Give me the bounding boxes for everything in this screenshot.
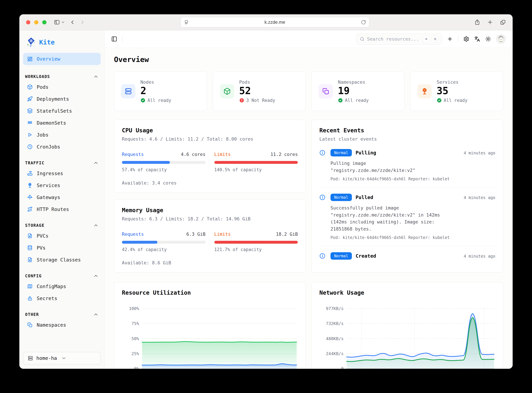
check-circle-icon [140,98,146,103]
divider [458,36,458,42]
kbd-command: ⌘ [423,36,430,42]
sidebar-item-configmaps[interactable]: ConfigMaps [23,280,101,292]
panel-toggle-icon[interactable] [111,36,117,42]
forward-icon[interactable] [79,19,86,25]
progress-fill [122,241,157,244]
file-disc-icon [27,257,33,262]
sidebar-item-namespaces[interactable]: Namespaces [23,319,101,331]
stat-card-services[interactable]: Services35All ready [410,71,503,111]
sidebar-item-pvcs[interactable]: PVCs [23,230,101,242]
reload-icon[interactable] [361,20,366,25]
search-icon [360,37,365,42]
sidebar-item-label: Jobs [37,132,49,138]
event-severity-badge: Normal [331,149,352,157]
event-time: 4 minutes ago [464,195,495,200]
zoom-window-button[interactable] [42,20,46,25]
event-item[interactable]: NormalPulling4 minutes agoPulling image … [319,148,495,181]
address-bar[interactable]: k.zzde.me [181,17,369,27]
page-reader-icon[interactable] [184,20,189,25]
chevron-up-icon [93,312,99,317]
sidebar-item-ingresses[interactable]: Ingresses [23,167,101,179]
minimize-window-button[interactable] [34,20,38,25]
back-icon[interactable] [69,19,75,25]
event-message: Successfully pulled image "registry.zzde… [331,204,447,232]
sidebar-item-daemonsets[interactable]: DaemonSets [23,117,101,129]
chevron-up-icon [93,273,99,279]
close-window-button[interactable] [26,20,30,25]
languages-icon[interactable] [474,36,480,42]
status-badge: 3 Not Ready [239,98,275,103]
usage-label: Requests [122,231,144,237]
chevron-up-icon [93,223,99,228]
divider [319,187,495,187]
sidebar-item-statefulsets[interactable]: StatefulSets [23,105,101,117]
sidebar-item-label: Namespaces [37,322,66,328]
sidebar-item-pvs[interactable]: PVs [23,242,101,254]
sidebar-section-header-traffic[interactable]: TRAFFIC [25,160,99,166]
progress-track [122,241,205,244]
chart-plot: 0%25%50%75%100%23:4923:5423:5900:0400:09… [122,300,298,369]
chart-area: 0244KB/s488KB/s732KB/s977KB/s08/31/2025 … [319,300,495,369]
avatar[interactable] [496,34,506,44]
sidebar-item-label: Gateways [37,195,60,200]
status-text: 3 Not Ready [246,98,275,103]
file-disc-icon [27,233,33,239]
share-icon[interactable] [474,19,480,25]
gateway-icon [27,195,33,200]
progress-track [214,241,298,244]
chevron-down-icon[interactable] [61,20,65,24]
sidebar-section-header-other[interactable]: OTHER [25,312,99,317]
server-icon [28,356,33,361]
usage-value: 11.2 cores [270,152,298,157]
search-bar[interactable]: ⌘ K [356,34,442,45]
sidebar-section-header-config[interactable]: CONFIG [25,273,99,279]
usage-percent: 121.7% of capacity [214,247,298,252]
stat-label: Pods [239,79,275,85]
tabs-icon[interactable] [500,19,506,25]
chevron-up-icon [93,74,99,79]
url-text: k.zzde.me [189,20,361,25]
sidebar-item-gateways[interactable]: Gateways [23,191,101,203]
sidebar-item-services[interactable]: Services [23,179,101,191]
stat-card-nodes[interactable]: Nodes2All ready [114,71,207,111]
usage-percent: 57.4% of capacity [122,167,205,172]
event-item[interactable]: NormalCreated4 minutes ago [319,251,495,260]
status-badge: All ready [140,98,171,103]
box-icon [27,84,33,90]
sidebar: Kite Overview WORKLOADSPodsDeploymentsSt… [19,30,105,369]
cluster-selector[interactable]: home-ha [23,352,101,364]
sidebar-toggle-icon[interactable] [54,19,60,25]
sidebar-item-secrets[interactable]: Secrets [23,292,101,304]
event-severity-badge: Normal [331,252,352,260]
new-tab-icon[interactable] [487,19,493,25]
sidebar-item-storage-classes[interactable]: Storage Classes [23,254,101,266]
stat-card-namespaces[interactable]: Namespaces19All ready [312,71,405,111]
stat-card-pods[interactable]: Pods523 Not Ready [213,71,306,111]
sidebar-item-http-routes[interactable]: HTTP Routes [23,203,101,215]
sidebar-item-label: Services [37,182,60,188]
svg-text:244KB/s: 244KB/s [326,351,344,356]
add-button[interactable] [447,36,453,42]
sidebar-item-label: DaemonSets [37,120,66,126]
events-list: NormalPulling4 minutes agoPulling image … [319,148,495,260]
search-input[interactable] [367,36,420,42]
sidebar-section-header-storage[interactable]: STORAGE [25,223,99,228]
svg-text:977KB/s: 977KB/s [326,306,344,311]
card-title: Recent Events [319,127,495,134]
sidebar-item-cronjobs[interactable]: CronJobs [23,141,101,153]
sidebar-item-label: CronJobs [37,144,60,150]
globe-stand-icon [418,84,432,98]
map-icon [27,284,33,289]
sidebar-item-jobs[interactable]: Jobs [23,129,101,141]
usage-value: 6.3 GiB [186,231,205,237]
sidebar-item-deployments[interactable]: Deployments [23,93,101,105]
sidebar-section-header-workloads[interactable]: WORKLOADS [25,74,99,79]
sidebar-item-pods[interactable]: Pods [23,81,101,93]
theme-sun-icon[interactable] [485,36,491,42]
event-item[interactable]: NormalPulled4 minutes agoSuccessfully pu… [319,193,495,240]
settings-gear-icon[interactable] [463,36,469,42]
usage-percent: 140.5% of capacity [214,167,298,172]
sidebar-item-overview[interactable]: Overview [23,53,101,65]
event-meta: Pod: kite/kite-64d4cf9665-dxh6l Reporter… [331,235,495,240]
app-logo[interactable]: Kite [23,34,101,49]
